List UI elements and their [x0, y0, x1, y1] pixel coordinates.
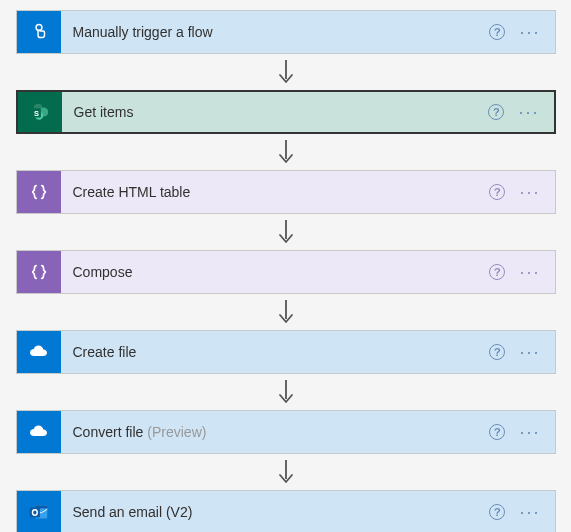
arrow-down-icon — [10, 294, 561, 330]
arrow-down-icon — [10, 454, 561, 490]
more-icon[interactable]: ··· — [519, 503, 540, 521]
svg-text:S: S — [33, 109, 38, 118]
touch-icon — [17, 11, 61, 53]
step-label: Send an email (V2) — [61, 491, 476, 532]
step-actions: ?··· — [474, 92, 553, 132]
more-icon[interactable]: ··· — [519, 343, 540, 361]
help-icon[interactable]: ? — [489, 504, 505, 520]
outlook-icon — [17, 491, 61, 532]
flow-step[interactable]: Manually trigger a flow?··· — [16, 10, 556, 54]
flow-step[interactable]: Create HTML table?··· — [16, 170, 556, 214]
onedrive-icon — [17, 331, 61, 373]
braces-icon — [17, 171, 61, 213]
more-icon[interactable]: ··· — [519, 23, 540, 41]
more-icon[interactable]: ··· — [519, 183, 540, 201]
help-icon[interactable]: ? — [489, 424, 505, 440]
step-label: Create HTML table — [61, 171, 476, 213]
help-icon[interactable]: ? — [489, 24, 505, 40]
arrow-down-icon — [10, 134, 561, 170]
step-label: Create file — [61, 331, 476, 373]
svg-point-0 — [36, 24, 42, 30]
step-label: Manually trigger a flow — [61, 11, 476, 53]
step-label: Get items — [62, 92, 475, 132]
help-icon[interactable]: ? — [488, 104, 504, 120]
help-icon[interactable]: ? — [489, 264, 505, 280]
step-actions: ?··· — [475, 411, 554, 453]
step-actions: ?··· — [475, 491, 554, 532]
step-actions: ?··· — [475, 331, 554, 373]
step-label: Convert file(Preview) — [61, 411, 476, 453]
more-icon[interactable]: ··· — [518, 103, 539, 121]
help-icon[interactable]: ? — [489, 184, 505, 200]
braces-icon — [17, 251, 61, 293]
arrow-down-icon — [10, 54, 561, 90]
flow-step[interactable]: Create file?··· — [16, 330, 556, 374]
svg-rect-14 — [29, 507, 39, 517]
arrow-down-icon — [10, 374, 561, 410]
step-actions: ?··· — [475, 11, 554, 53]
step-label: Compose — [61, 251, 476, 293]
arrow-down-icon — [10, 214, 561, 250]
flow-step[interactable]: Send an email (V2)?··· — [16, 490, 556, 532]
flow-diagram: Manually trigger a flow?···SGet items?··… — [10, 10, 561, 532]
flow-step[interactable]: SGet items?··· — [16, 90, 556, 134]
more-icon[interactable]: ··· — [519, 263, 540, 281]
sharepoint-icon: S — [18, 92, 62, 132]
step-actions: ?··· — [475, 171, 554, 213]
step-actions: ?··· — [475, 251, 554, 293]
flow-step[interactable]: Compose?··· — [16, 250, 556, 294]
more-icon[interactable]: ··· — [519, 423, 540, 441]
help-icon[interactable]: ? — [489, 344, 505, 360]
flow-step[interactable]: Convert file(Preview)?··· — [16, 410, 556, 454]
onedrive-icon — [17, 411, 61, 453]
